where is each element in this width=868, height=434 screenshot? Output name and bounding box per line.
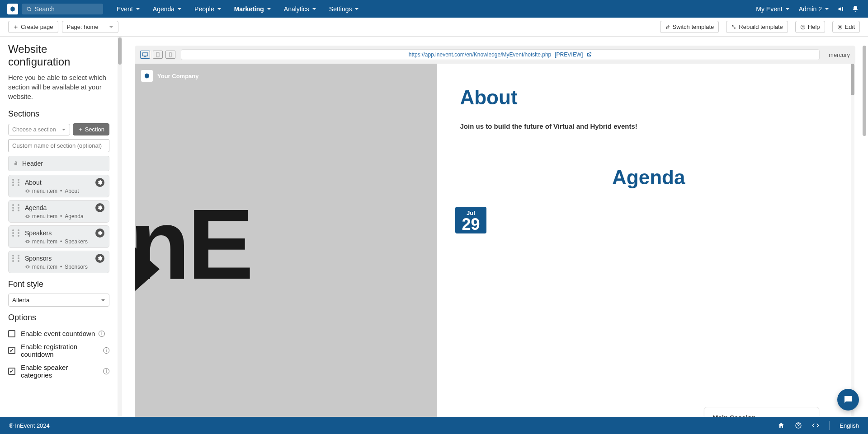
- section-sub-menu: menu item: [32, 188, 57, 194]
- section-sub-menu: menu item: [32, 238, 57, 245]
- search-icon: [26, 6, 32, 12]
- svg-point-0: [27, 7, 30, 10]
- about-title: About: [460, 86, 837, 109]
- drag-handle-icon[interactable]: [18, 204, 21, 211]
- search-input[interactable]: [34, 5, 99, 13]
- option-checkbox[interactable]: [8, 368, 15, 375]
- company-badge: Your Company: [141, 70, 199, 82]
- section-card-speakers[interactable]: Speakers menu item•Speakers: [8, 225, 109, 248]
- nav-analytics[interactable]: Analytics: [278, 0, 323, 18]
- sidebar-scrollbar[interactable]: [118, 37, 122, 417]
- drag-handle-icon[interactable]: [12, 204, 16, 211]
- preview-content: About Join us to build the future of Vir…: [437, 64, 855, 417]
- company-logo-icon: [141, 70, 153, 82]
- section-gear-button[interactable]: [95, 178, 104, 187]
- options-heading: Options: [8, 313, 109, 322]
- bell-icon[interactable]: [852, 5, 859, 13]
- drag-handle-icon[interactable]: [12, 179, 16, 186]
- lock-icon: [13, 161, 19, 166]
- agenda-title: Agenda: [460, 166, 837, 189]
- nav-marketing[interactable]: Marketing: [228, 0, 278, 18]
- drag-handle-icon[interactable]: [12, 255, 16, 262]
- create-page-button[interactable]: Create page: [8, 21, 58, 33]
- option-checkbox[interactable]: [8, 330, 15, 337]
- info-icon[interactable]: i: [103, 347, 109, 354]
- choose-section-select[interactable]: Choose a section: [8, 124, 70, 135]
- nav-agenda[interactable]: Agenda: [146, 0, 188, 18]
- sections-heading: Sections: [8, 109, 109, 119]
- sidebar-desc: Here you be able to select which section…: [8, 73, 109, 101]
- theme-name: mercury: [829, 51, 850, 58]
- main-layout: Website configuration Here you be able t…: [0, 37, 868, 417]
- section-gear-button[interactable]: [95, 203, 104, 212]
- preview-area: https://app.inevent.com/en/Knowledge/MyE…: [122, 37, 868, 417]
- custom-section-name-input[interactable]: [8, 139, 109, 152]
- section-gear-button[interactable]: [95, 229, 104, 238]
- session-card[interactable]: Main Session Start End: [704, 407, 819, 417]
- page-select[interactable]: Page: home: [62, 21, 118, 33]
- font-style-heading: Font style: [8, 280, 109, 289]
- device-desktop-button[interactable]: [140, 51, 150, 59]
- option-checkbox[interactable]: [8, 347, 15, 354]
- chat-bubble-button[interactable]: [837, 389, 859, 411]
- svg-rect-5: [142, 53, 148, 56]
- rebuild-template-button[interactable]: Rebuild template: [726, 21, 788, 33]
- section-card-sponsors[interactable]: Sponsors menu item•Sponsors: [8, 251, 109, 273]
- agenda-date-card[interactable]: Jul 29: [455, 207, 486, 233]
- external-link-icon[interactable]: [586, 52, 592, 57]
- preview-hero: Your Company InE: [135, 64, 437, 417]
- section-sub-label: Speakers: [65, 238, 88, 245]
- preview-url-bar[interactable]: https://app.inevent.com/en/Knowledge/MyE…: [181, 49, 820, 60]
- drag-handle-icon[interactable]: [12, 229, 16, 237]
- drag-handle-icon[interactable]: [18, 229, 21, 237]
- option-label: Enable event countdown: [21, 330, 95, 337]
- preview-url: https://app.inevent.com/en/Knowledge/MyE…: [409, 51, 552, 58]
- switch-template-button[interactable]: Switch template: [660, 21, 719, 33]
- device-mobile-button[interactable]: [165, 51, 175, 59]
- device-tablet-button[interactable]: [153, 51, 163, 59]
- event-selector[interactable]: My Event: [751, 0, 794, 18]
- section-card-about[interactable]: About menu item•About: [8, 175, 109, 197]
- main-nav: Event Agenda People Marketing Analytics …: [110, 0, 365, 18]
- nav-event[interactable]: Event: [110, 0, 146, 18]
- preview-shell: https://app.inevent.com/en/Knowledge/MyE…: [135, 46, 855, 417]
- top-navbar: Event Agenda People Marketing Analytics …: [0, 0, 868, 18]
- search-input-wrap[interactable]: [22, 4, 103, 14]
- preview-toolbar: https://app.inevent.com/en/Knowledge/MyE…: [135, 46, 855, 64]
- eye-icon: [25, 264, 30, 270]
- section-gear-button[interactable]: [95, 254, 104, 263]
- about-text: Join us to build the future of Virtual a…: [460, 122, 837, 130]
- font-select[interactable]: Allerta: [8, 294, 109, 307]
- drag-handle-icon[interactable]: [18, 255, 21, 262]
- preview-outer-scrollbar[interactable]: [863, 46, 866, 417]
- nav-settings[interactable]: Settings: [323, 0, 366, 18]
- svg-rect-8: [170, 52, 171, 57]
- user-menu[interactable]: Admin 2: [794, 0, 834, 18]
- option-label: Enable registration countdown: [21, 343, 99, 358]
- info-icon[interactable]: i: [99, 331, 105, 337]
- add-section-button[interactable]: Section: [73, 123, 109, 135]
- agenda-day: 29: [462, 216, 480, 233]
- eye-icon: [25, 239, 30, 244]
- section-title: Speakers: [25, 229, 95, 237]
- option-row: Enable registration countdown i: [8, 340, 109, 361]
- section-card-agenda[interactable]: Agenda menu item•Agenda: [8, 200, 109, 223]
- info-icon[interactable]: i: [103, 368, 109, 374]
- edit-button[interactable]: Edit: [832, 21, 860, 33]
- preview-inner-scrollbar[interactable]: [851, 64, 854, 417]
- help-button[interactable]: ? Help: [795, 21, 825, 33]
- svg-rect-7: [156, 52, 159, 57]
- announcement-icon[interactable]: [837, 5, 844, 13]
- svg-point-4: [840, 27, 840, 28]
- section-sub-label: Agenda: [65, 213, 83, 219]
- eye-icon: [25, 188, 30, 194]
- section-sub-menu: menu item: [32, 213, 57, 219]
- option-row: Enable event countdown i: [8, 327, 109, 340]
- svg-line-1: [30, 10, 31, 11]
- drag-handle-icon[interactable]: [18, 179, 21, 186]
- preview-tag: [PREVIEW]: [555, 51, 583, 58]
- section-sub-menu: menu item: [32, 264, 57, 270]
- app-logo[interactable]: [7, 4, 18, 14]
- nav-people[interactable]: People: [188, 0, 228, 18]
- svg-text:?: ?: [802, 25, 804, 28]
